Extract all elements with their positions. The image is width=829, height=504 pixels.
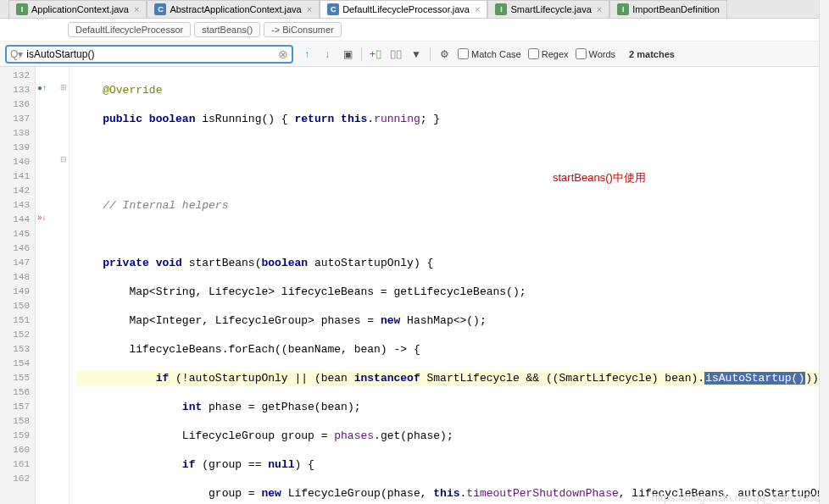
crumb-class[interactable]: DefaultLifecycleProcessor	[68, 22, 191, 37]
breadcrumb: DefaultLifecycleProcessor startBeans() -…	[0, 19, 829, 42]
change-marker[interactable]: »↓	[37, 213, 47, 222]
close-icon[interactable]: ×	[134, 4, 139, 14]
match-case-checkbox[interactable]: Match Case	[458, 48, 521, 59]
tab-smart-lifecycle[interactable]: ISmartLifecycle.java×	[487, 0, 609, 18]
inline-annotation: startBeans()中使用	[553, 170, 646, 185]
search-toolbar: ↑ ↓ ▣ +⌷ ⌷⌷ ▼ ⚙	[300, 47, 451, 61]
crumb-method[interactable]: startBeans()	[194, 22, 260, 37]
override-up-marker[interactable]: ●↑	[37, 83, 47, 92]
next-match-icon[interactable]: ↓	[320, 47, 334, 61]
separator	[430, 47, 431, 61]
separator	[361, 47, 362, 61]
line-number-gutter: 1321331361371381391401411421431441451461…	[0, 67, 36, 504]
interface-icon: I	[16, 3, 28, 15]
tab-application-context[interactable]: IApplicationContext.java×	[8, 0, 147, 18]
tab-default-lifecycle-processor[interactable]: CDefaultLifecycleProcessor.java×	[320, 0, 487, 18]
tab-import-bean-definition[interactable]: IImportBeanDefinition	[609, 0, 727, 18]
editor-tabs: IApplicationContext.java× CAbstractAppli…	[0, 0, 829, 19]
match-count: 2 matches	[629, 49, 675, 59]
clear-search-icon[interactable]: ⊗	[278, 47, 288, 61]
close-icon[interactable]: ×	[307, 4, 312, 14]
watermark: https://blog.csdn.net/qq_36963950	[652, 490, 821, 504]
find-bar: Q▾ ⊗ ↑ ↓ ▣ +⌷ ⌷⌷ ▼ ⚙ Match Case Regex Wo…	[0, 42, 829, 67]
code-area[interactable]: @Override public boolean isRunning() { r…	[70, 67, 829, 504]
close-icon[interactable]: ×	[475, 4, 480, 14]
fold-icon[interactable]: ⊞	[60, 83, 67, 91]
words-checkbox[interactable]: Words	[576, 48, 616, 59]
class-icon: C	[327, 3, 339, 15]
crumb-lambda[interactable]: -> BiConsumer	[264, 22, 342, 37]
search-icon: Q▾	[10, 48, 23, 60]
scroll-marker-bar[interactable]	[819, 0, 829, 504]
search-input[interactable]	[23, 48, 278, 60]
regex-checkbox[interactable]: Regex	[528, 48, 569, 59]
marker-gutter: ●↑ ⊞ ⊟ »↓	[36, 67, 70, 504]
interface-icon: I	[495, 3, 507, 15]
fold-icon[interactable]: ⊟	[60, 155, 67, 163]
prev-match-icon[interactable]: ↑	[300, 47, 314, 61]
search-box: Q▾ ⊗	[5, 45, 293, 64]
tab-abstract-application-context[interactable]: CAbstractApplicationContext.java×	[147, 0, 320, 18]
add-selection-icon[interactable]: +⌷	[369, 47, 382, 61]
remove-selection-icon[interactable]: ⌷⌷	[389, 47, 403, 61]
filter-icon[interactable]: ▼	[409, 47, 423, 61]
settings-icon[interactable]: ⚙	[437, 47, 451, 61]
select-all-icon[interactable]: ▣	[341, 47, 354, 61]
interface-icon: I	[617, 3, 629, 15]
close-icon[interactable]: ×	[597, 4, 602, 14]
class-icon: C	[154, 3, 166, 15]
editor-area: 1321331361371381391401411421431441451461…	[0, 67, 829, 504]
